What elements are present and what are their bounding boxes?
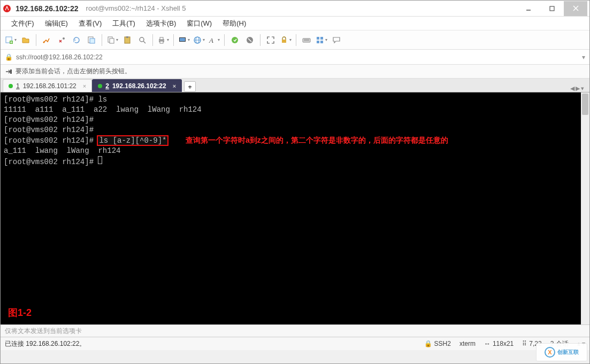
status-connection: 已连接 192.168.26.102:22。 [5, 339, 86, 348]
compose-placeholder: 仅将文本发送到当前选项卡 [5, 327, 82, 336]
tab-num: 2 [105, 82, 109, 90]
toolbar-sep [152, 34, 153, 46]
toolbar-sep [173, 34, 174, 46]
menu-edit[interactable]: 编辑(E) [41, 18, 72, 29]
svg-rect-20 [160, 37, 163, 40]
minimize-button[interactable] [517, 1, 540, 16]
cursor-pos-icon: ⠿ [522, 340, 527, 347]
svg-rect-21 [160, 41, 163, 43]
address-dropdown-icon[interactable]: ▾ [582, 53, 585, 61]
status-dot-icon [98, 84, 102, 88]
status-size-label: 118x21 [493, 340, 514, 347]
menu-view[interactable]: 查看(V) [74, 18, 106, 29]
tile-icon[interactable] [315, 33, 328, 47]
svg-rect-2 [550, 6, 554, 11]
fullscreen-icon[interactable] [264, 33, 278, 47]
menu-tools[interactable]: 工具(T) [108, 18, 140, 29]
window-title-ip: 192.168.26.102:22 [16, 4, 79, 13]
svg-line-18 [143, 41, 145, 43]
reconnect-icon[interactable] [70, 33, 83, 47]
svg-point-9 [43, 41, 45, 43]
address-url[interactable]: ssh://root@192.168.26.102:22 [16, 53, 103, 61]
keyboard-icon[interactable] [300, 33, 313, 47]
tab-close-icon[interactable]: × [83, 83, 86, 89]
status-term: xterm [459, 340, 476, 347]
disconnect-icon[interactable] [55, 33, 68, 47]
properties-icon[interactable] [85, 33, 98, 47]
tab-session-2[interactable]: 2 192.168.26.102:22 × [92, 79, 182, 92]
toolbar-sep [36, 34, 36, 46]
resize-icon: ↔ [484, 340, 491, 347]
menu-bar: 文件(F) 编辑(E) 查看(V) 工具(T) 选项卡(B) 窗口(W) 帮助(… [1, 17, 589, 30]
svg-rect-38 [320, 41, 323, 43]
svg-point-10 [63, 37, 65, 40]
watermark-text: 创新互联 [557, 348, 579, 356]
svg-point-28 [232, 37, 238, 43]
copy-icon[interactable] [105, 33, 119, 47]
hint-bar: 要添加当前会话，点击左侧的箭头按钮。 [1, 65, 589, 79]
tab-close-icon[interactable]: × [173, 83, 176, 89]
hint-text: 要添加当前会话，点击左侧的箭头按钮。 [16, 67, 131, 76]
terminal-line: [root@vms002 rh124]# ls [4, 95, 107, 104]
terminal-line: a_111 lwang lWang rh124 [4, 146, 120, 155]
paste-icon[interactable] [120, 33, 134, 47]
arrow-add-icon[interactable] [5, 68, 12, 75]
connect-icon[interactable] [40, 33, 53, 47]
web-icon[interactable] [192, 33, 206, 47]
maximize-button[interactable] [540, 1, 564, 16]
svg-rect-35 [317, 37, 319, 40]
terminal-line: [root@vms002 rh124]# [4, 136, 98, 145]
tab-bar: 1 192.168.26.101:22 × 2 192.168.26.102:2… [1, 79, 589, 92]
terminal-line: 11111 a111 a_111 a22 lwang lWang rh124 [4, 105, 202, 114]
svg-rect-12 [90, 38, 95, 43]
tab-prev-icon[interactable]: ◀ [570, 85, 574, 92]
status-ssh-label: SSH2 [434, 340, 451, 347]
tab-session-1[interactable]: 1 192.168.26.101:22 × [3, 79, 92, 92]
app-icon [3, 4, 11, 13]
status-bar: 已连接 192.168.26.102:22。 🔒SSH2 xterm ↔118x… [1, 337, 589, 350]
window-title-full: root@vms002:~/rh124 - Xshell 5 [86, 4, 186, 12]
add-tab-button[interactable]: + [184, 81, 196, 92]
color-icon[interactable] [228, 33, 242, 47]
close-button[interactable] [564, 1, 587, 16]
svg-rect-16 [126, 36, 128, 38]
terminal-line: [root@vms002 rh124]# [4, 126, 94, 134]
new-session-icon[interactable] [4, 33, 18, 47]
font-icon[interactable]: A [207, 33, 221, 47]
svg-text:A: A [209, 36, 213, 44]
svg-rect-31 [282, 40, 286, 43]
svg-rect-37 [317, 41, 319, 43]
tab-num: 1 [16, 82, 20, 90]
transfer-icon[interactable] [177, 33, 191, 47]
compose-bar[interactable]: 仅将文本发送到当前选项卡 [1, 324, 589, 337]
terminal-content[interactable]: [root@vms002 rh124]# ls 11111 a111 a_111… [1, 92, 589, 169]
watermark: X 创新互联 [536, 343, 587, 361]
toolbar: A [1, 30, 589, 50]
terminal-line: [root@vms002 rh124]# [4, 158, 98, 166]
menu-file[interactable]: 文件(F) [7, 18, 39, 29]
toolbar-sep [102, 34, 102, 46]
tab-menu-icon[interactable]: ▾ [581, 85, 584, 92]
cursor-icon [98, 156, 102, 164]
svg-rect-36 [320, 37, 323, 40]
status-ssh: 🔒SSH2 [424, 340, 451, 347]
terminal[interactable]: [root@vms002 rh124]# ls 11111 a111 a_111… [1, 92, 589, 324]
highlight-icon[interactable] [243, 33, 257, 47]
address-bar: 🔒 ssh://root@192.168.26.102:22 ▾ [1, 50, 589, 65]
lock-icon[interactable] [279, 33, 293, 47]
highlighted-command: ls [a-z][^0-9]* [98, 136, 167, 145]
menu-window[interactable]: 窗口(W) [182, 18, 216, 29]
terminal-line: [root@vms002 rh124]# [4, 115, 94, 124]
menu-tabs[interactable]: 选项卡(B) [142, 18, 180, 29]
watermark-logo-icon: X [545, 347, 555, 358]
scrollbar[interactable] [581, 92, 589, 324]
find-icon[interactable] [135, 33, 149, 47]
print-icon[interactable] [156, 33, 170, 47]
chat-icon[interactable] [330, 33, 343, 47]
tab-label: 192.168.26.101:22 [23, 82, 76, 90]
svg-rect-14 [110, 38, 114, 43]
open-icon[interactable] [19, 33, 33, 47]
menu-help[interactable]: 帮助(H) [218, 18, 250, 29]
scrollbar-thumb[interactable] [582, 94, 588, 115]
tab-next-icon[interactable]: ▶ [576, 85, 580, 92]
